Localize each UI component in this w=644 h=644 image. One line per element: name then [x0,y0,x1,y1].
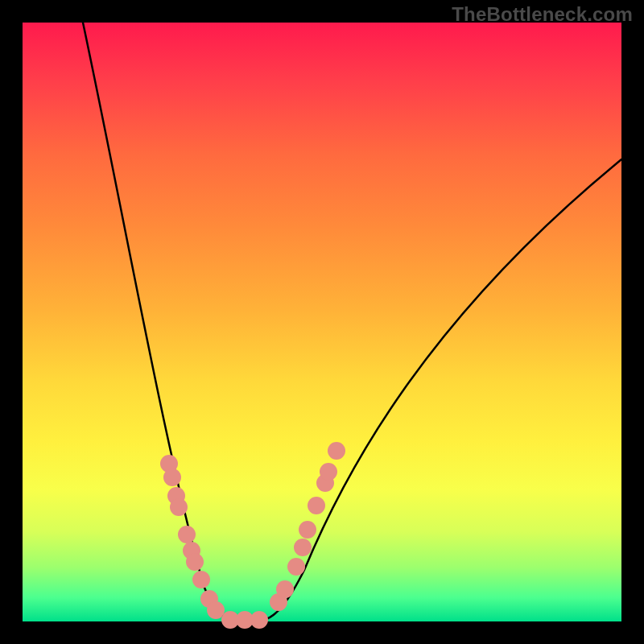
data-point [250,611,268,629]
data-point [328,442,345,460]
data-point [276,580,294,598]
data-point [192,571,210,588]
data-point [299,521,316,539]
watermark-text: TheBottleneck.com [452,3,633,26]
curve-right [264,159,621,620]
data-point [207,601,225,619]
data-point [170,498,188,516]
plot-area [23,23,621,621]
data-point [294,539,312,556]
bottleneck-curve [83,23,621,620]
data-point [320,463,337,481]
chart-frame: TheBottleneck.com [0,0,644,644]
chart-svg [23,23,621,621]
data-point [186,553,204,571]
scatter-points [160,442,345,629]
data-point [308,497,325,514]
data-point [287,558,305,576]
data-point [178,526,196,543]
curve-left [83,23,232,620]
data-point [163,469,181,486]
